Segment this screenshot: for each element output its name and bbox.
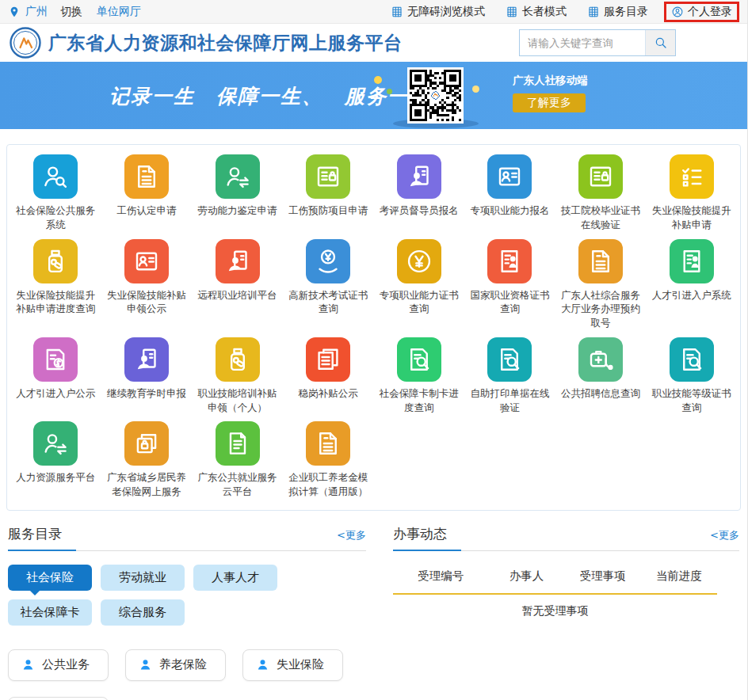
service-item[interactable]: 专项职业能力报名 xyxy=(464,154,555,232)
service-item[interactable]: 广东人社综合服务大厅业务办理预约取号 xyxy=(555,239,647,330)
service-label: 社会保险公共服务系统 xyxy=(11,204,100,232)
pin-icon xyxy=(8,6,21,18)
people-arrows-icon xyxy=(216,154,260,199)
city-selector[interactable]: 广州 xyxy=(25,5,48,19)
service-item[interactable]: 国家职业资格证书查询 xyxy=(464,239,555,330)
topbar-links: 无障碍浏览模式 长者模式 服务目录 个人登录 xyxy=(391,3,739,21)
service-item[interactable]: 工伤认定申请 xyxy=(101,154,193,232)
quick-links: 公共业务 养老保险 失业保险 工伤保险 xyxy=(8,649,380,700)
service-item[interactable]: 企业职工养老金模拟计算（通用版） xyxy=(283,421,374,499)
search-box xyxy=(519,29,676,56)
quick-link-button[interactable]: 工伤保险 xyxy=(8,697,109,700)
quick-link-button[interactable]: 失业保险 xyxy=(242,649,343,681)
service-item[interactable]: 自助打印单据在线验证 xyxy=(464,337,555,415)
service-item[interactable]: 考评员督导员报名 xyxy=(374,154,465,232)
service-item[interactable]: 失业保险技能补贴申领公示 xyxy=(101,239,193,330)
service-item[interactable]: 失业保险技能提升补贴申请进度查询 xyxy=(10,239,101,330)
card-person-icon xyxy=(487,154,532,199)
quick-link-button[interactable]: 公共业务 xyxy=(8,649,109,681)
service-label: 工伤认定申请 xyxy=(116,204,176,218)
card-person-icon xyxy=(124,239,169,283)
person-search-icon xyxy=(33,154,78,199)
decor-coin xyxy=(374,76,382,84)
topbar-link[interactable]: 长者模式 xyxy=(506,5,567,19)
doc-search-icon xyxy=(670,337,714,382)
service-label: 社会保障卡制卡进度查询 xyxy=(375,386,464,415)
service-item[interactable]: 职业技能培训补贴申领（个人） xyxy=(192,337,283,415)
service-item[interactable]: 工伤预防项目申请 xyxy=(283,154,374,232)
quick-link-button[interactable]: 养老保险 xyxy=(125,649,226,681)
service-label: 专项职业能力证书查询 xyxy=(375,288,464,317)
service-label: 考评员督导员报名 xyxy=(380,204,459,218)
topbar-link[interactable]: 无障碍浏览模式 xyxy=(391,5,485,19)
service-item[interactable]: 劳动能力鉴定申请 xyxy=(192,154,283,232)
qr-code xyxy=(407,67,464,124)
person-fill-icon xyxy=(21,658,35,671)
doc-plus-icon xyxy=(124,154,169,199)
service-label: 远程职业培训平台 xyxy=(198,288,277,302)
service-label: 继续教育学时申报 xyxy=(107,386,186,401)
service-item[interactable]: 远程职业培训平台 xyxy=(192,239,283,330)
topbar-link[interactable]: 个人登录 xyxy=(664,2,739,22)
activity-table-header: 受理编号办事人受理事项当前进度 xyxy=(393,562,717,595)
service-item[interactable]: 社会保障卡制卡进度查询 xyxy=(374,337,465,415)
activity-more-link[interactable]: <更多 xyxy=(710,528,739,542)
service-item[interactable]: 公共招聘信息查询 xyxy=(555,337,647,415)
service-item[interactable]: 人力资源服务平台 xyxy=(10,421,101,499)
banner-slogan: 记录一生 保障一生、 服务一生 xyxy=(109,82,430,108)
search-button[interactable] xyxy=(645,30,675,55)
topbar-link[interactable]: 服务目录 xyxy=(587,5,648,19)
card-lock-icon xyxy=(578,154,623,199)
service-label: 广东省城乡居民养老保险网上服务 xyxy=(102,470,191,499)
service-catalog-more-link[interactable]: <更多 xyxy=(337,528,366,542)
service-item[interactable]: 专项职业能力证书查询 xyxy=(374,239,465,330)
page: 广州 切换 单位网厅 无障碍浏览模式 长者模式 服务目录 个人登录 xyxy=(0,0,748,700)
unit-portal-link[interactable]: 单位网厅 xyxy=(97,5,141,19)
doc-plus-icon xyxy=(578,239,623,283)
service-label: 失业保险技能提升补贴申请进度查询 xyxy=(11,288,100,317)
service-item[interactable]: 职业技能等级证书查询 xyxy=(646,337,737,415)
service-catalog-header: 服务目录 <更多 xyxy=(8,525,366,551)
catalog-tab[interactable]: 人事人才 xyxy=(193,565,277,591)
person-doc-icon xyxy=(397,154,441,199)
catalog-tab[interactable]: 劳动就业 xyxy=(101,565,185,591)
decor-coin xyxy=(387,89,392,94)
service-label: 人才引进入户公示 xyxy=(16,386,95,401)
person-fill-icon xyxy=(139,658,152,671)
catalog-tab[interactable]: 社会保障卡 xyxy=(8,599,92,626)
bottom-section: 服务目录 <更多 社会保险劳动就业人事人才社会保障卡综合服务 公共业务 养老保险… xyxy=(0,525,747,700)
service-item[interactable]: 社会保险公共服务系统 xyxy=(10,154,101,232)
service-label: 技工院校毕业证书在线验证 xyxy=(556,204,645,232)
service-item[interactable]: 继续教育学时申报 xyxy=(101,337,193,415)
topbar-left: 广州 切换 单位网厅 xyxy=(8,5,141,19)
service-item[interactable]: 高新技术考试证书查询 xyxy=(283,239,374,330)
doc-search-icon xyxy=(397,337,441,382)
search-input[interactable] xyxy=(520,30,645,55)
person-fill-icon xyxy=(256,658,269,671)
service-item[interactable]: 人才引进入户公示 xyxy=(10,337,101,415)
service-item[interactable]: 稳岗补贴公示 xyxy=(283,337,374,415)
activity-empty-text: 暂无受理事项 xyxy=(393,595,717,618)
mobile-app-title: 广东人社移动端 xyxy=(513,74,588,88)
service-item[interactable]: 广东公共就业服务云平台 xyxy=(192,421,283,499)
service-label: 失业保险技能提升补贴申请 xyxy=(647,204,736,232)
service-catalog-section: 服务目录 <更多 社会保险劳动就业人事人才社会保障卡综合服务 公共业务 养老保险… xyxy=(8,525,366,700)
catalog-tab[interactable]: 综合服务 xyxy=(101,599,185,626)
hero-banner: 记录一生 保障一生、 服务一生 广东人社移动端 了解更多 xyxy=(0,62,747,129)
learn-more-button[interactable]: 了解更多 xyxy=(513,93,586,112)
service-item[interactable]: 技工院校毕业证书在线验证 xyxy=(555,154,647,232)
city-switch-link[interactable]: 切换 xyxy=(60,5,82,19)
hand-yuan-icon xyxy=(306,239,350,283)
quick-link-label: 公共业务 xyxy=(42,657,90,672)
quick-link-label: 养老保险 xyxy=(159,657,207,672)
activity-column-label: 当前进度 xyxy=(641,569,717,584)
service-catalog-title: 服务目录 xyxy=(8,525,62,543)
card-lock-icon xyxy=(306,154,350,199)
service-item[interactable]: 广东省城乡居民养老保险网上服务 xyxy=(101,421,193,499)
service-item[interactable]: 失业保险技能提升补贴申请 xyxy=(646,154,737,232)
service-label: 失业保险技能补贴申领公示 xyxy=(102,288,191,317)
grid-icon xyxy=(587,6,600,18)
service-item[interactable]: 人才引进入户系统 xyxy=(646,239,737,330)
catalog-tab[interactable]: 社会保险 xyxy=(8,565,92,591)
bottle-icon xyxy=(33,239,78,283)
